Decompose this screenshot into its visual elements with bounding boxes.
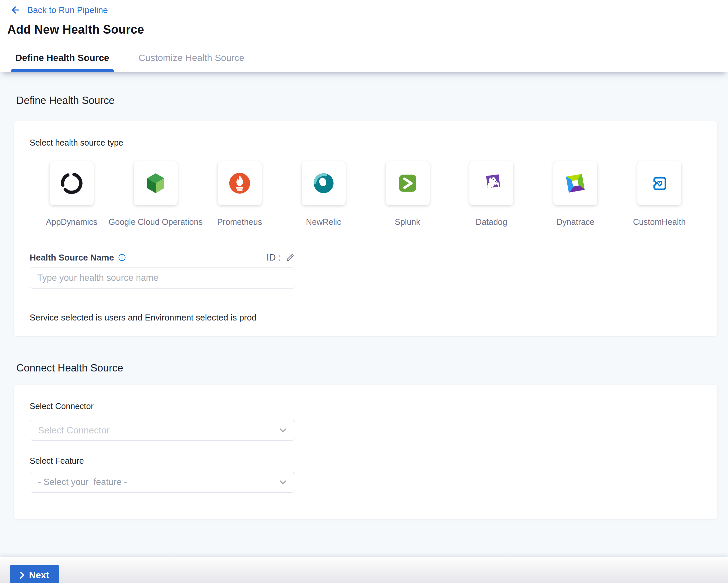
- id-label: ID :: [266, 252, 281, 263]
- health-source-option-datadog[interactable]: Datadog: [449, 161, 533, 227]
- footer-bar: Next: [0, 557, 728, 583]
- health-source-option-appdynamics[interactable]: AppDynamics: [30, 161, 114, 227]
- health-source-option-label: Datadog: [476, 217, 507, 227]
- health-source-option-prometheus[interactable]: Prometheus: [198, 161, 282, 227]
- newrelic-icon: [311, 170, 337, 196]
- back-link[interactable]: Back to Run Pipeline: [10, 5, 108, 15]
- page-title: Add New Health Source: [7, 23, 728, 37]
- health-source-option-label: NewRelic: [306, 217, 341, 227]
- customhealth-icon: [646, 170, 672, 196]
- connector-select[interactable]: Select Connector: [30, 420, 295, 441]
- health-source-name-input[interactable]: [30, 268, 295, 288]
- health-source-option-splunk[interactable]: Splunk: [366, 161, 450, 227]
- feature-select-placeholder: - Select your feature -: [38, 477, 127, 488]
- connect-section-heading: Connect Health Source: [16, 362, 717, 374]
- edit-pencil-icon: [286, 253, 295, 262]
- health-source-name-row: Health Source Name ID :: [30, 252, 295, 263]
- tab-customize-health-source[interactable]: Customize Health Source: [134, 53, 249, 72]
- add-health-source-page: Back to Run Pipeline Add New Health Sour…: [0, 0, 728, 583]
- info-icon[interactable]: [118, 253, 126, 261]
- health-source-option-label: Splunk: [395, 217, 420, 227]
- define-section-heading: Define Health Source: [16, 94, 717, 107]
- next-button-label: Next: [29, 570, 49, 581]
- health-source-option-customhealth[interactable]: CustomHealth: [617, 161, 701, 227]
- page-content: Define Health Source Select health sourc…: [0, 72, 728, 557]
- dynatrace-icon: [562, 170, 588, 196]
- health-source-option-label: CustomHealth: [633, 217, 686, 227]
- next-button[interactable]: Next: [10, 565, 59, 583]
- health-source-option-dynatrace[interactable]: Dynatrace: [533, 161, 617, 227]
- health-source-option-newrelic[interactable]: NewRelic: [282, 161, 366, 227]
- connect-health-source-card: Select Connector Select Connector Select…: [14, 385, 717, 519]
- health-source-name-label: Health Source Name: [30, 252, 114, 263]
- health-source-option-label: Prometheus: [217, 217, 262, 227]
- health-source-option-google-cloud-operations[interactable]: Google Cloud Operations: [114, 161, 198, 227]
- edit-id-control[interactable]: ID :: [266, 252, 295, 263]
- select-type-label: Select health source type: [30, 138, 701, 147]
- chevron-down-icon: [279, 480, 287, 485]
- select-connector-label: Select Connector: [30, 401, 701, 411]
- tab-define-health-source[interactable]: Define Health Source: [11, 53, 114, 72]
- connector-select-placeholder: Select Connector: [38, 425, 110, 436]
- page-header: Back to Run Pipeline Add New Health Sour…: [0, 0, 728, 72]
- select-feature-label: Select Feature: [30, 456, 701, 466]
- google-cloud-operations-icon: [143, 170, 169, 196]
- feature-select[interactable]: - Select your feature -: [30, 472, 295, 493]
- prometheus-icon: [227, 170, 253, 196]
- datadog-icon: [478, 170, 504, 196]
- service-environment-note: Service selected is users and Environmen…: [30, 312, 701, 323]
- define-health-source-card: Select health source type AppDynamics: [14, 121, 717, 336]
- health-source-option-label: AppDynamics: [46, 217, 97, 227]
- appdynamics-icon: [59, 170, 85, 196]
- chevron-right-icon: [20, 572, 25, 579]
- tab-bar: Define Health Source Customize Health So…: [11, 53, 249, 72]
- back-arrow-icon: [10, 5, 21, 15]
- splunk-icon: [395, 170, 421, 196]
- health-source-type-list: AppDynamics Google Cloud Operations: [30, 161, 701, 227]
- health-source-option-label: Dynatrace: [556, 217, 594, 227]
- back-link-label: Back to Run Pipeline: [27, 5, 108, 15]
- chevron-down-icon: [279, 428, 287, 433]
- health-source-option-label: Google Cloud Operations: [109, 217, 203, 227]
